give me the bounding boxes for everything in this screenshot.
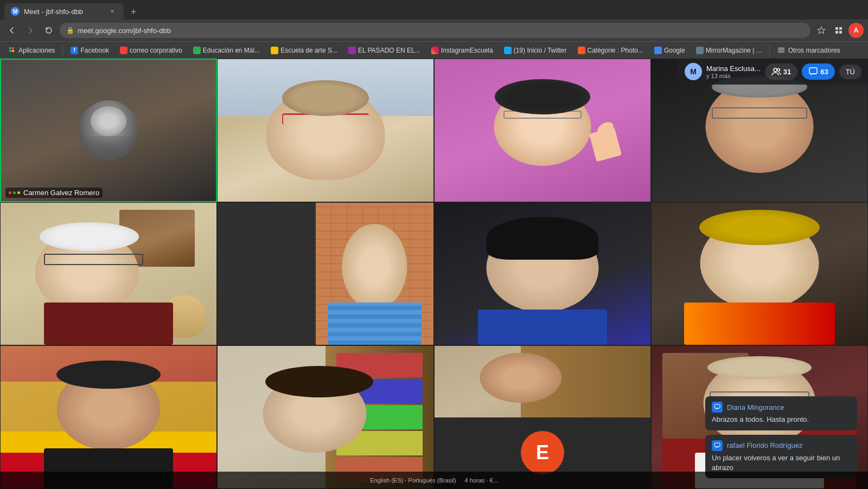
host-details: Marina Esclusa... y 13 más — [706, 65, 761, 79]
host-avatar: M — [685, 63, 702, 80]
meet-header: M Marina Esclusa... y 13 más 31 63 — [678, 59, 868, 85]
e-avatar-circle: E — [521, 431, 564, 474]
meet-bottom-bar: English (ES) · Portugués (Brasil) 4 hora… — [0, 472, 868, 489]
tu-button[interactable]: TÚ — [839, 65, 861, 79]
video-tile-split: E — [434, 345, 651, 489]
svg-rect-7 — [12, 50, 14, 52]
video-tile-p7[interactable] — [434, 202, 651, 346]
video-tile-p9[interactable] — [0, 345, 217, 489]
bookmark-facebook[interactable]: f Facebook — [66, 45, 113, 56]
tab-bar: M Meet - jbf-shfo-dbb × + — [0, 0, 868, 20]
bookmark-escuela[interactable]: Escuela de arte S... — [266, 45, 342, 56]
speaking-indicator — [9, 191, 20, 194]
bookmark-twitter[interactable]: (19) Inicio / Twitter — [500, 45, 571, 56]
chat-sender-diana: Diana Mingorance — [727, 403, 784, 411]
video-tile-p5[interactable] — [0, 202, 217, 346]
url-text: meet.google.com/jbf-shfo-dbb — [78, 27, 171, 35]
chat-message-diana: Diana Mingorance Abrazos a todos. Hasta … — [705, 396, 857, 430]
bookmark-educacion[interactable]: Educación en Mál... — [189, 45, 264, 56]
tab-close-button[interactable]: × — [107, 7, 117, 16]
svg-rect-13 — [809, 68, 817, 74]
participant-name-carmen: Carmen Galvez Romero — [5, 188, 103, 198]
bookmark-separator — [62, 45, 63, 56]
svg-rect-1 — [839, 27, 842, 30]
extension-button[interactable] — [831, 23, 846, 38]
nav-actions: A — [814, 23, 864, 38]
reload-button[interactable] — [41, 23, 56, 38]
chat-msg-header-rafael: rafael Florido Rodríguez — [712, 440, 851, 451]
profile-button[interactable]: A — [848, 23, 864, 38]
svg-rect-0 — [835, 27, 838, 30]
chat-icon-diana — [712, 402, 723, 413]
video-tile-p10[interactable] — [217, 345, 434, 489]
svg-point-12 — [777, 69, 780, 72]
chat-msg-header-diana: Diana Mingorance — [712, 402, 851, 413]
svg-rect-8 — [778, 48, 784, 49]
meet-content: Carmen Galvez Romero — [0, 59, 868, 489]
bookmark-apps[interactable]: Aplicaciones — [4, 45, 59, 56]
chat-text-diana: Abrazos a todos. Hasta pronto. — [712, 415, 851, 424]
bookmark-otros[interactable]: Otros marcadores — [773, 45, 845, 56]
bookmarks-bar: Aplicaciones f Facebook correo corporati… — [0, 41, 868, 59]
svg-rect-14 — [714, 404, 720, 408]
active-tab[interactable]: M Meet - jbf-shfo-dbb × — [4, 3, 124, 20]
new-tab-button[interactable]: + — [126, 4, 141, 20]
bookmark-correo[interactable]: correo corporativo — [116, 45, 187, 56]
svg-rect-10 — [778, 52, 784, 53]
video-tile-p2[interactable] — [217, 59, 434, 202]
nav-bar: 🔒 meet.google.com/jbf-shfo-dbb A — [0, 20, 868, 41]
browser-chrome: M Meet - jbf-shfo-dbb × + 🔒 meet.google.… — [0, 0, 868, 59]
svg-rect-5 — [12, 47, 14, 49]
svg-point-11 — [774, 68, 777, 72]
host-name: Marina Esclusa... — [706, 65, 761, 73]
participants-count: 31 — [783, 68, 791, 76]
video-tile-carmen[interactable]: Carmen Galvez Romero — [0, 59, 217, 202]
language-text: English (ES) · Portugués (Brasil) — [370, 477, 456, 484]
back-button[interactable] — [4, 23, 20, 38]
svg-rect-6 — [9, 50, 11, 52]
chat-text-rafael: Un placer volveros a ver a seguir bien u… — [712, 453, 851, 473]
video-tile-p11-top[interactable] — [435, 346, 650, 417]
chat-notifications: Diana Mingorance Abrazos a todos. Hasta … — [705, 396, 857, 478]
video-tile-p3[interactable] — [434, 59, 651, 202]
chat-sender-rafael: rafael Florido Rodríguez — [727, 441, 802, 449]
bookmark-pasado[interactable]: EL PASADO EN EL... — [344, 45, 425, 56]
chat-count: 63 — [820, 68, 828, 76]
bookmark-separator-2 — [769, 45, 770, 56]
bookmark-instagram[interactable]: InstagramEscuela — [427, 45, 497, 56]
address-bar[interactable]: 🔒 meet.google.com/jbf-shfo-dbb — [60, 23, 810, 38]
duration-text: 4 horas · €... — [465, 477, 498, 484]
participants-button[interactable]: 31 — [765, 63, 797, 80]
bookmark-mirror[interactable]: MirrorMagazine | ... — [692, 45, 766, 56]
host-sub: y 13 más — [706, 73, 761, 79]
bookmark-star-button[interactable] — [814, 23, 829, 38]
video-tile-p6[interactable] — [217, 202, 434, 346]
chat-icon-rafael — [712, 440, 723, 451]
svg-rect-15 — [714, 443, 720, 447]
chat-button[interactable]: 63 — [802, 63, 834, 80]
bookmark-google[interactable]: Google — [650, 45, 690, 56]
host-info: M Marina Esclusa... y 13 más — [685, 63, 761, 80]
forward-button[interactable] — [23, 23, 38, 38]
svg-rect-9 — [778, 49, 784, 50]
bookmark-categorie[interactable]: Catégorie : Photo... — [573, 45, 648, 56]
lock-icon: 🔒 — [66, 27, 74, 34]
svg-rect-2 — [835, 31, 838, 34]
svg-rect-3 — [839, 31, 842, 34]
video-tile-p8[interactable] — [651, 202, 868, 346]
tab-title: Meet - jbf-shfo-dbb — [24, 8, 103, 16]
tab-favicon: M — [11, 7, 20, 16]
svg-rect-4 — [9, 47, 11, 49]
